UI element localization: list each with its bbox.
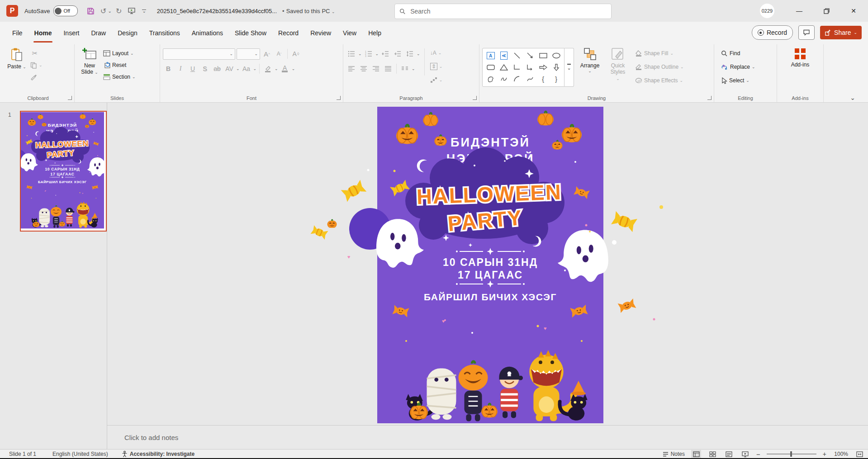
restore-button[interactable] [816,0,837,22]
shape-elbow-connector[interactable] [510,62,523,73]
shape-line[interactable] [510,50,523,62]
columns-button[interactable] [399,64,410,74]
tab-slide-show[interactable]: Slide Show [229,22,272,44]
saved-status[interactable]: •Saved to this PC ⌄ [280,8,335,14]
align-text-button[interactable]: ⇕⌄ [429,61,444,72]
slide-editing-area[interactable] [107,103,868,425]
start-slideshow-button[interactable] [125,5,138,17]
format-painter-button[interactable] [29,71,44,83]
shape-oval[interactable] [550,50,563,62]
search-box[interactable] [394,4,612,19]
underline-button[interactable]: U [187,64,198,74]
text-shadow-button[interactable]: S [199,64,210,74]
font-color-chevron[interactable]: ⌄ [292,66,295,71]
redo-button[interactable]: ↻ [113,5,125,17]
change-case-button[interactable]: Aa [241,64,252,74]
shape-fill-button[interactable]: Shape Fill⌄ [634,47,685,59]
shape-left-brace[interactable]: { [536,73,550,85]
select-button[interactable]: Select⌄ [720,75,774,86]
tab-animations[interactable]: Animations [186,22,229,44]
align-right-button[interactable] [370,64,381,74]
paragraph-dialog-launcher[interactable] [473,96,477,100]
language-indicator[interactable]: English (United States) [52,451,108,457]
character-spacing-button[interactable]: AV [224,64,235,74]
font-name-combo[interactable]: ⌄ [163,48,235,60]
quick-styles-button[interactable]: Quick Styles ⌄ [606,47,630,82]
addins-button[interactable]: Add-ins [788,47,812,68]
notes-toggle[interactable]: Notes [663,451,685,457]
record-button[interactable]: Record [752,25,793,40]
shape-line-arrow[interactable] [523,50,536,62]
shape-right-arrow[interactable] [536,62,550,73]
tab-file[interactable]: File [6,22,28,44]
bold-button[interactable]: B [163,64,174,74]
slide-thumbnail[interactable] [20,111,107,232]
shapes-gallery-more-button[interactable]: ⌄ [564,48,574,87]
text-direction-button[interactable]: ↓A⌄ [429,47,444,59]
slide-indicator[interactable]: Slide 1 of 1 [9,451,36,457]
reset-button[interactable]: Reset [102,59,137,71]
tab-transitions[interactable]: Transitions [143,22,186,44]
account-badge[interactable]: 0229 [760,4,774,18]
new-slide-button[interactable]: New Slide ⌄ [77,47,102,76]
italic-button[interactable]: I [175,64,186,74]
shape-outline-button[interactable]: Shape Outline⌄ [634,61,685,73]
clipboard-dialog-launcher[interactable] [68,96,72,100]
zoom-out-button[interactable]: − [756,450,760,458]
strikethrough-button[interactable]: ab [212,64,223,74]
shape-scribble[interactable] [497,73,510,85]
comments-button[interactable] [798,25,815,40]
accessibility-status[interactable]: Accessibility: Investigate [122,451,194,457]
powerpoint-logo-icon[interactable]: P [6,5,18,17]
convert-to-smartart-button[interactable]: ⌄ [429,74,444,86]
find-button[interactable]: Find [720,47,774,59]
share-button[interactable]: Share ⌄ [820,26,862,39]
tab-record[interactable]: Record [272,22,304,44]
shape-arc[interactable] [510,73,523,85]
undo-dropdown-chevron[interactable]: ⌄ [108,9,111,14]
tab-review[interactable]: Review [304,22,337,44]
autosave-toggle[interactable]: Off [53,5,78,16]
save-button[interactable] [84,5,97,17]
shape-text-box[interactable]: A [484,50,497,62]
drawing-dialog-launcher[interactable] [707,96,711,100]
zoom-in-button[interactable]: + [823,450,826,458]
slide-show-button[interactable] [740,450,750,458]
shape-elbow-arrow-connector[interactable] [523,62,536,73]
slide[interactable] [309,102,671,428]
numbering-button[interactable]: 123 [363,49,374,59]
change-case-chevron[interactable]: ⌄ [253,66,257,71]
shape-right-brace[interactable]: } [550,73,563,85]
tab-view[interactable]: View [337,22,362,44]
arrange-button[interactable]: Arrange ⌄ [578,47,602,73]
zoom-slider[interactable] [767,454,816,454]
increase-font-size-button[interactable]: A^ [261,49,272,59]
replace-button[interactable]: bc Replace⌄ [720,61,774,73]
text-highlight-button[interactable] [262,64,273,74]
shape-down-arrow[interactable] [550,62,563,73]
tab-insert[interactable]: Insert [57,22,85,44]
tab-help[interactable]: Help [362,22,387,44]
notes-pane[interactable]: Click to add notes [107,425,868,450]
font-dialog-launcher[interactable] [337,96,341,100]
increase-indent-button[interactable] [392,49,403,59]
shape-effects-button[interactable]: Shape Effects⌄ [634,75,685,86]
highlight-chevron[interactable]: ⌄ [275,66,278,71]
copy-button[interactable]: ⌄ [29,59,44,71]
slide-sorter-view-button[interactable] [707,450,717,458]
bullets-button[interactable] [346,49,357,59]
collapse-ribbon-button[interactable]: ⌄ [850,94,855,101]
tab-design[interactable]: Design [112,22,143,44]
font-color-button[interactable]: A [280,64,290,74]
fit-slide-to-window-button[interactable] [854,450,864,458]
notes-placeholder[interactable]: Click to add notes [124,434,178,441]
paste-button[interactable]: Paste ⌄ [5,47,29,70]
decrease-font-size-button[interactable]: Aˇ [274,49,285,59]
normal-view-button[interactable] [691,450,701,458]
section-button[interactable]: Section⌄ [102,71,137,83]
search-input[interactable] [409,7,607,15]
minimize-button[interactable]: — [789,0,810,22]
font-size-combo[interactable]: ⌄ [237,48,260,60]
close-button[interactable]: ✕ [843,0,864,22]
line-spacing-button[interactable] [404,49,415,59]
